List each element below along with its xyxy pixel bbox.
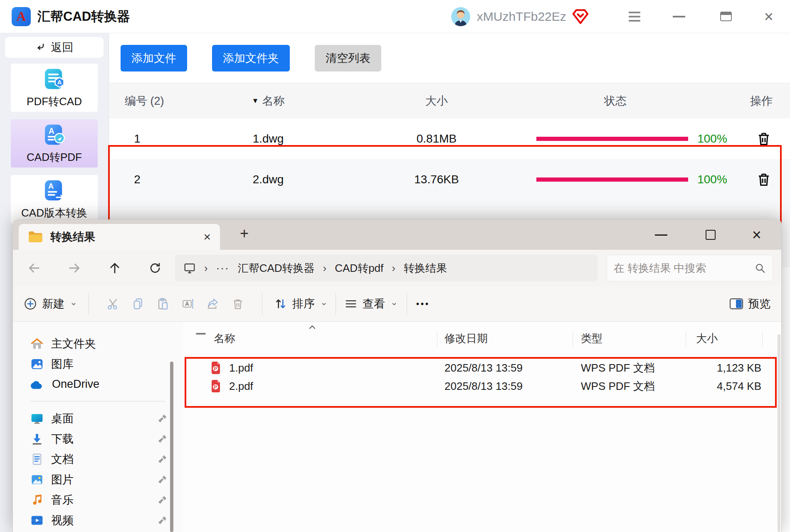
file-list-scrollbar[interactable] <box>778 334 780 532</box>
app-logo-icon: A <box>12 7 31 26</box>
back-arrow-icon <box>35 42 46 53</box>
nav-back-button[interactable] <box>14 261 54 275</box>
tab-close-icon[interactable]: × <box>203 230 211 244</box>
nav-forward-button[interactable] <box>54 261 94 275</box>
nav-item-home[interactable]: 主文件夹 <box>30 333 179 354</box>
onedrive-icon <box>30 379 44 390</box>
file-list: 名称 修改日期 类型 大小 P <box>183 322 781 532</box>
chevron-down-icon <box>321 300 327 307</box>
explorer-minimize-button[interactable] <box>655 234 667 236</box>
task-filesize: 0.81MB <box>395 118 478 159</box>
column-type[interactable]: 类型 <box>581 326 602 351</box>
paste-button[interactable] <box>151 297 175 310</box>
nav-item-music[interactable]: 音乐 <box>30 490 179 510</box>
screen: A 汇帮CAD转换器 xMUzhTFb22Ez <box>0 0 790 532</box>
trash-icon <box>756 172 771 187</box>
column-size[interactable]: 大小 <box>696 326 718 351</box>
header-name[interactable]: ▼ 名称 <box>227 83 310 118</box>
new-button[interactable]: 新建 <box>24 296 77 311</box>
explorer-maximize-button[interactable] <box>706 230 716 240</box>
nav-refresh-button[interactable] <box>135 261 175 275</box>
delete-task-button[interactable] <box>752 159 775 200</box>
breadcrumb-ellipsis[interactable]: ··· <box>216 262 230 275</box>
add-file-button[interactable]: 添加文件 <box>121 45 187 71</box>
clear-list-button[interactable]: 清空列表 <box>315 45 381 71</box>
view-button[interactable]: 查看 <box>344 296 397 311</box>
home-icon <box>30 337 44 350</box>
header-index: 编号 (2) <box>125 83 187 118</box>
explorer-body: 主文件夹 图库 OneDrive <box>13 322 781 532</box>
nav-item-pictures[interactable]: 图片 <box>30 469 179 490</box>
task-row[interactable]: 1 1.dwg 0.81MB 100% <box>109 118 790 159</box>
delete-button[interactable] <box>225 298 250 310</box>
header-action: 操作 <box>736 83 786 118</box>
pin-icon <box>158 515 168 528</box>
user-avatar[interactable] <box>451 7 470 26</box>
new-tab-button[interactable]: + <box>240 225 249 242</box>
delete-task-button[interactable] <box>752 118 775 159</box>
nav-pane-scrollbar[interactable] <box>170 362 173 532</box>
nav-up-button[interactable] <box>94 261 135 275</box>
breadcrumb-item[interactable]: 转换结果 <box>404 261 447 276</box>
progress-percent: 100% <box>689 159 735 200</box>
file-size: 1,123 KB <box>686 359 761 377</box>
breadcrumb: › ··· 汇帮CAD转换器 › CAD转pdf › 转换结果 <box>175 255 597 281</box>
task-filename: 2.dwg <box>227 159 310 200</box>
chevron-down-icon <box>391 300 397 307</box>
preview-button[interactable]: 预览 <box>730 296 770 311</box>
folder-icon <box>28 231 43 243</box>
app-close-button[interactable]: × <box>764 9 773 25</box>
pictures-icon <box>30 473 44 486</box>
breadcrumb-item[interactable]: CAD转pdf <box>335 261 383 276</box>
explorer-nav-pane: 主文件夹 图库 OneDrive <box>13 322 179 532</box>
nav-item-onedrive[interactable]: OneDrive <box>30 374 179 394</box>
sidebar-item-pdf2cad[interactable]: A PDF转CAD <box>11 64 98 112</box>
file-row[interactable]: P 2.pdf 2025/8/13 13:59 WPS PDF 文档 4,574… <box>183 377 781 395</box>
username[interactable]: xMUzhTFb22Ez <box>477 10 566 24</box>
nav-item-downloads[interactable]: 下载 <box>30 429 179 449</box>
explorer-navbar: › ··· 汇帮CAD转换器 › CAD转pdf › 转换结果 <box>13 250 781 286</box>
explorer-close-button[interactable]: × <box>752 227 761 243</box>
view-lines-icon <box>344 297 358 310</box>
more-options-button[interactable]: ••• <box>416 299 430 309</box>
task-table-header: 编号 (2) ▼ 名称 大小 状态 操作 <box>109 83 790 118</box>
search-input[interactable] <box>614 262 754 275</box>
header-size: 大小 <box>395 83 478 118</box>
videos-icon <box>30 514 44 527</box>
progress-bar <box>536 118 688 159</box>
svg-text:A: A <box>48 126 54 135</box>
sort-desc-icon: ▼ <box>252 97 259 105</box>
nav-item-desktop[interactable]: 桌面 <box>30 408 179 429</box>
app-minimize-button[interactable] <box>673 16 685 17</box>
progress-percent: 100% <box>689 118 735 159</box>
hamburger-menu-icon[interactable] <box>629 12 640 22</box>
sort-label: 排序 <box>292 296 315 311</box>
explorer-tab[interactable]: 转换结果 × <box>19 224 220 250</box>
file-size: 4,574 KB <box>686 377 761 395</box>
sidebar-item-cad2pdf[interactable]: A CAD转PDF <box>11 119 98 167</box>
copy-button[interactable] <box>126 297 151 310</box>
column-name[interactable]: 名称 <box>214 326 235 351</box>
search-box[interactable] <box>607 255 773 281</box>
nav-item-gallery[interactable]: 图库 <box>30 354 179 374</box>
app-maximize-button[interactable] <box>720 12 732 21</box>
add-folder-button[interactable]: 添加文件夹 <box>212 45 290 71</box>
nav-item-documents[interactable]: 文档 <box>30 449 179 469</box>
vip-badge-icon[interactable] <box>572 9 589 25</box>
nav-item-videos[interactable]: 视频 <box>30 510 179 530</box>
sort-button[interactable]: 排序 <box>274 296 327 311</box>
rename-button[interactable] <box>175 297 200 310</box>
pdf-file-icon: P <box>210 359 221 377</box>
share-button[interactable] <box>200 297 225 310</box>
task-index: 2 <box>116 159 158 200</box>
breadcrumb-item[interactable]: 汇帮CAD转换器 <box>238 261 315 276</box>
sidebar-item-cad-version[interactable]: A CAD版本转换 <box>11 175 98 223</box>
this-pc-icon[interactable] <box>183 262 196 274</box>
sidebar-item-label: CAD转PDF <box>27 150 82 165</box>
back-button[interactable]: 返回 <box>5 37 104 58</box>
cut-button[interactable] <box>101 297 126 310</box>
file-row[interactable]: P 1.pdf 2025/8/13 13:59 WPS PDF 文档 1,123… <box>183 359 781 377</box>
column-date[interactable]: 修改日期 <box>444 326 488 351</box>
app-titlebar: A 汇帮CAD转换器 xMUzhTFb22Ez <box>0 0 790 33</box>
chevron-down-icon <box>70 300 77 307</box>
